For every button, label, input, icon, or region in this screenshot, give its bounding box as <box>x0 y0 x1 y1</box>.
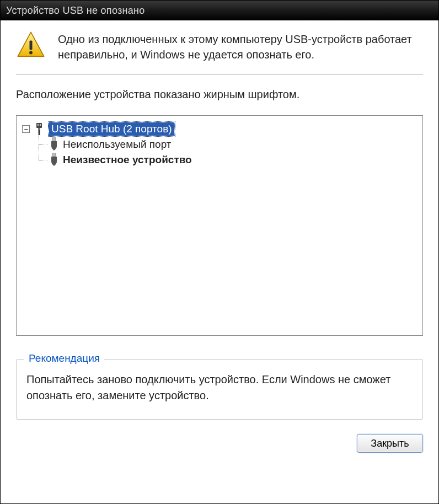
tree-child-label: Неиспользуемый порт <box>63 138 172 151</box>
svg-point-1 <box>29 51 33 55</box>
svg-rect-8 <box>52 153 56 157</box>
device-tree[interactable]: − USB Root Hub (2 портов) <box>16 115 423 336</box>
tree-child-label: Неизвестное устройство <box>63 154 192 166</box>
tree-root-row[interactable]: − USB Root Hub (2 портов) <box>22 121 417 137</box>
divider <box>16 74 423 75</box>
svg-rect-7 <box>52 137 56 141</box>
usb-port-icon <box>49 137 60 152</box>
tree-child-row[interactable]: Неиспользуемый порт <box>22 137 417 152</box>
recommendation-title: Рекомендация <box>24 352 104 364</box>
tree-root-label[interactable]: USB Root Hub (2 портов) <box>49 122 175 136</box>
close-button[interactable]: Закрыть <box>357 434 423 453</box>
warning-icon <box>16 30 46 60</box>
usb-device-icon <box>49 153 60 167</box>
recommendation-group: Рекомендация Попытайтесь заново подключи… <box>16 359 423 420</box>
usb-hub-icon <box>33 122 45 136</box>
location-label: Расположение устройства показано жирным … <box>16 88 423 101</box>
svg-rect-0 <box>29 41 32 50</box>
tree-expander[interactable]: − <box>22 125 30 133</box>
window-title: Устройство USB не опознано <box>6 5 145 17</box>
recommendation-text: Попытайтесь заново подключить устройство… <box>26 372 413 404</box>
svg-rect-4 <box>40 124 41 126</box>
dialog-content: Одно из подключенных к этому компьютеру … <box>1 20 438 503</box>
svg-rect-3 <box>38 124 39 126</box>
header-message: Одно из подключенных к этому компьютеру … <box>58 30 423 62</box>
dialog-window: Устройство USB не опознано Одно из под <box>0 0 439 504</box>
tree-child-row[interactable]: Неизвестное устройство <box>22 152 417 168</box>
title-bar[interactable]: Устройство USB не опознано <box>1 1 438 20</box>
button-row: Закрыть <box>16 420 423 453</box>
header-row: Одно из подключенных к этому компьютеру … <box>16 30 423 62</box>
svg-rect-2 <box>36 123 42 128</box>
